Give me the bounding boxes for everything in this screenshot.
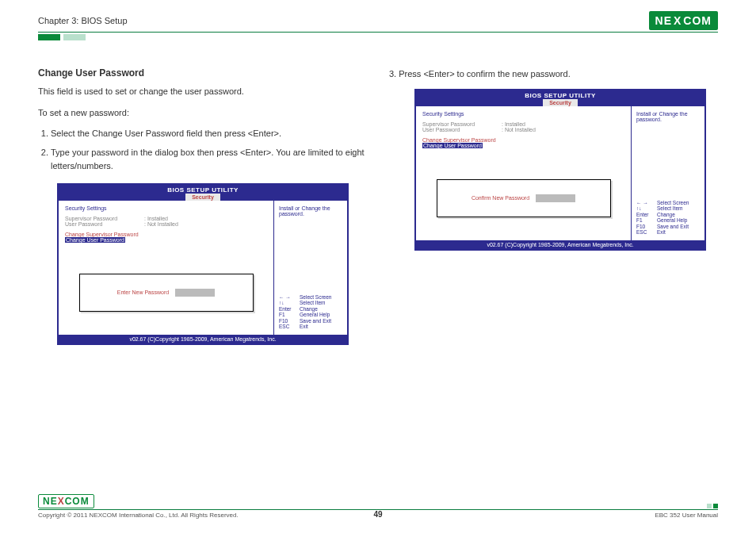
bios-row-supervisor: Supervisor Password : Installed [65,216,267,221]
bios-main-panel: Security Settings Supervisor Password : … [59,201,274,335]
bios-row-key: Supervisor Password [65,216,144,221]
header-accent [38,34,718,40]
bios-row-val: : Not Installed [502,127,536,132]
step-3: 3. Press <Enter> to confirm the new pass… [389,67,718,81]
bios-change-user[interactable]: Change User Password [422,143,483,148]
brand-logo: NEXCOM [649,11,718,30]
bios-copyright: v02.67 (C)Copyright 1985-2009, American … [59,335,347,343]
bios-password-input[interactable] [536,194,575,202]
bios-tabs: Security [59,194,347,200]
bios-side-panel: Install or Change the password. ← →Selec… [632,106,704,240]
bios-title: BIOS SETUP UTILITY [416,90,704,99]
intro-text-2: To set a new password: [38,106,367,120]
left-column: Change User Password This field is used … [38,67,367,345]
bios-section-label: Security Settings [65,205,267,211]
bios-dialog-enter: Enter New Password [79,274,254,312]
step-2: Type your password in the dialog box the… [51,146,367,174]
bios-tab-security[interactable]: Security [543,99,578,106]
step-3-num: 3. [389,69,396,79]
bios-dialog-label: Confirm New Password [472,195,529,201]
bios-row-val: : Installed [502,121,525,127]
intro-text-1: This field is used to set or change the … [38,85,367,98]
bios-row-supervisor: Supervisor Password : Installed [422,121,624,127]
bios-row-user: User Password : Not Installed [422,127,624,132]
footer-manual: EBC 352 User Manual [655,512,718,519]
step-3-text: Press <Enter> to confirm the new passwor… [399,69,570,79]
step-1-text: Select the Change User Password field th… [51,128,281,138]
bios-row-val: : Installed [144,216,168,221]
bios-row-key: Supervisor Password [422,121,502,127]
section-heading: Change User Password [38,67,367,79]
bios-side-panel: Install or Change the password. ← →Selec… [274,201,347,335]
footer-copyright: Copyright © 2011 NEXCOM International Co… [38,512,239,519]
bios-change-user[interactable]: Change User Password [65,237,125,243]
chapter-title: Chapter 3: BIOS Setup [38,16,128,25]
brand-logo-text: NEXCOM [649,11,718,30]
page-footer: NEXCOM Copyright © 2011 NEXCOM Internati… [38,494,718,519]
bios-copyright: v02.67 (C)Copyright 1985-2009, American … [416,240,704,249]
footer-logo: NEXCOM [38,494,94,508]
bios-tab-security[interactable]: Security [185,194,220,201]
footer-decoration-icon [707,504,718,508]
bios-section-label: Security Settings [422,111,624,117]
page-header: Chapter 3: BIOS Setup NEXCOM [38,11,718,33]
step-1: Select the Change User Password field th… [51,127,367,141]
bios-title: BIOS SETUP UTILITY [59,185,347,194]
bios-row-user: User Password : Not Installed [65,221,267,227]
steps-list: Select the Change User Password field th… [38,127,367,174]
bios-tabs: Security [416,99,704,105]
bios-row-key: User Password [65,221,144,227]
bios-key-legend: ← →Select Screen ↑↓Select Item EnterChan… [279,294,342,330]
bios-change-supervisor[interactable]: Change Supervisor Password [422,137,624,143]
bios-help-text: Install or Change the password. [279,205,342,217]
step-2-text: Type your password in the dialog box the… [51,148,365,171]
page-number: 49 [373,510,382,519]
bios-key-legend: ← →Select Screen ↑↓Select Item EnterChan… [636,200,700,236]
bios-dialog-label: Enter New Password [117,290,169,295]
bios-row-val: : Not Installed [144,221,178,227]
right-column: 3. Press <Enter> to confirm the new pass… [389,67,718,345]
bios-row-key: User Password [422,127,502,132]
bios-screenshot-enter: BIOS SETUP UTILITY Security Security Set… [57,183,349,345]
bios-main-panel: Security Settings Supervisor Password : … [416,106,632,240]
bios-change-supervisor[interactable]: Change Supervisor Password [65,232,267,237]
bios-password-input[interactable] [175,289,215,297]
bios-help-text: Install or Change the password. [636,111,700,122]
bios-dialog-confirm: Confirm New Password [437,179,611,217]
bios-screenshot-confirm: BIOS SETUP UTILITY Security Security Set… [414,89,706,251]
